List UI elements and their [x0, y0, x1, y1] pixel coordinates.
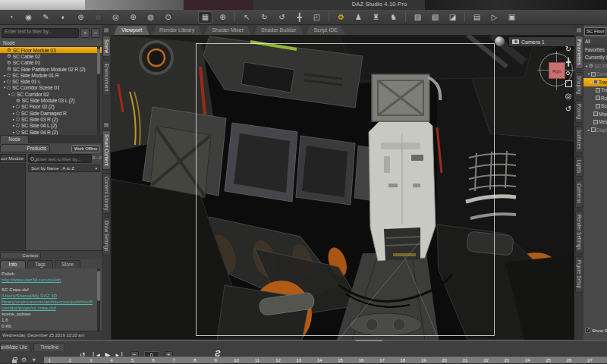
- path-link-1[interactable]: /Users/Shared/My DAZ 3D: [2, 293, 96, 299]
- hand-tool-icon[interactable]: ♜: [369, 11, 383, 24]
- tab-cameras[interactable]: Cameras: [575, 180, 583, 207]
- scene-tree-item[interactable]: ▾SC Corridor Scene 01: [0, 85, 102, 91]
- toolbar-a-2-icon[interactable]: ◉: [21, 11, 36, 24]
- tab-figure-setup[interactable]: Figure Setup: [575, 256, 583, 292]
- content-results-area[interactable]: [28, 173, 100, 249]
- scene-tree-item[interactable]: ▸SC Side 04 R (2): [0, 129, 102, 135]
- active-tool-icon[interactable]: ⚙: [334, 11, 348, 24]
- camera-icon[interactable]: ▣: [505, 11, 519, 24]
- tab-store[interactable]: Store: [55, 260, 80, 268]
- pane-menu-icon[interactable]: ▤: [104, 27, 109, 33]
- scene-tree-item[interactable]: ▸SC Side Damaged R: [0, 110, 102, 116]
- layout-tool-icon[interactable]: ▦: [198, 11, 212, 24]
- flag-tool-icon[interactable]: ▷: [487, 11, 502, 24]
- category-dropdown[interactable]: Floor Module: [0, 154, 26, 162]
- tab-viewport[interactable]: Viewport: [114, 26, 149, 35]
- toolbar-a-7-icon[interactable]: ◎: [109, 11, 123, 24]
- scene-scrollbar[interactable]: [97, 47, 100, 135]
- scene-tree-item[interactable]: ▸SC Side 03 R (2): [0, 116, 102, 122]
- parameters-row-favorites[interactable]: Favorites: [583, 46, 607, 55]
- parameters-tree-item[interactable]: Misc: [583, 110, 607, 118]
- view-cube-face[interactable]: Right: [549, 62, 565, 79]
- camera-small-icon[interactable]: ▤: [470, 11, 484, 24]
- parameters-tree-item[interactable]: ▾Transforms: [583, 78, 607, 86]
- scene-tree-item[interactable]: ▸SC Side 04 L (2): [0, 123, 102, 129]
- tab-shaping[interactable]: Shaping: [575, 72, 583, 98]
- tab-render-library[interactable]: Render Library: [152, 26, 202, 35]
- parameters-tree-item[interactable]: ▾⚙SC Floor Module 03: [583, 62, 607, 71]
- sort-dropdown[interactable]: Sort by Name : A to Z ▾: [28, 165, 100, 172]
- tab-scene[interactable]: Scene: [102, 36, 111, 57]
- tab-smart-content[interactable]: Smart Content: [102, 130, 111, 170]
- scene-tree-item[interactable]: ⚙SC Floor Module 03: [0, 47, 102, 53]
- tab-tags[interactable]: Tags: [27, 260, 53, 268]
- view-orientation-widget[interactable]: Right: [539, 53, 573, 86]
- work-offline-button[interactable]: Work Offline: [71, 145, 100, 152]
- toolbar-a-3-icon[interactable]: ✎: [39, 11, 53, 24]
- product-url-link[interactable]: http://www.daz3d.com/polish: [2, 277, 96, 283]
- reset-view-icon[interactable]: ↺: [565, 105, 571, 113]
- figure-tool-icon[interactable]: ♟: [351, 11, 366, 24]
- tab-timeline[interactable]: Timeline: [33, 343, 65, 351]
- parameters-tree-item[interactable]: Rotation: [583, 94, 607, 102]
- scene-filter-input[interactable]: Enter text to filter by...: [2, 28, 79, 38]
- toolbar-a-4-icon[interactable]: ◐: [56, 11, 71, 24]
- tab-content-library[interactable]: Content Library: [102, 173, 111, 214]
- pane-menu-icon[interactable]: ▤: [104, 122, 109, 128]
- viewport-canvas[interactable]: Camera 1 ▼ ↻╋◎↺ Right: [111, 35, 574, 340]
- toolbar-a-9-icon[interactable]: ◍: [143, 11, 158, 24]
- render-tool-icon-3[interactable]: ◪: [445, 11, 460, 24]
- path-link-2[interactable]: library/environments/architecture/polish…: [2, 299, 96, 311]
- scene-tree-item[interactable]: ⚙SC Cable 02: [0, 53, 102, 59]
- scene-tree-item[interactable]: ▸SC Side Module 01 R: [0, 72, 102, 78]
- scene-tree-item[interactable]: ⚙SC Side Partition Module 02 R (2): [0, 66, 102, 72]
- rotate-tool-icon[interactable]: ↻: [257, 11, 272, 24]
- content-search-field[interactable]: Enter text to filter by...: [28, 154, 92, 163]
- parameters-node-header[interactable]: SC Floor Mod: [584, 27, 606, 36]
- scene-tree-item[interactable]: ⚙SC Side Module 03 L (2): [0, 97, 102, 103]
- parameters-tree-item[interactable]: Scale: [583, 102, 607, 111]
- tab-shader-builder[interactable]: Shader Builder: [253, 26, 304, 35]
- tab-shader-mixer[interactable]: Shader Mixer: [204, 26, 251, 35]
- parameters-tree-item[interactable]: Translation: [583, 86, 607, 95]
- globe-tool-icon[interactable]: ⊕: [215, 11, 230, 24]
- tab-animate-lite[interactable]: aniMate Lite: [0, 343, 30, 351]
- parameters-tree-item[interactable]: ▸Display: [583, 126, 607, 134]
- tab-render-settings[interactable]: Render Settings: [575, 211, 583, 254]
- parameters-row-currently-used[interactable]: Currently Used: [583, 54, 607, 62]
- filter-remove-button[interactable]: −: [91, 28, 100, 38]
- orbit-tool-icon[interactable]: ↺: [275, 11, 289, 24]
- toolbar-a-10-icon[interactable]: ⊙: [161, 11, 175, 24]
- node-tab[interactable]: Node: [0, 135, 29, 143]
- tab-script-ide[interactable]: Script IDE: [306, 26, 345, 35]
- pointer-tool-icon[interactable]: ↖: [240, 11, 254, 24]
- tab-surfaces[interactable]: Surfaces: [575, 126, 583, 153]
- scene-tree-item[interactable]: ▸SC Floor 02 (2): [0, 104, 102, 110]
- render-tool-icon-1[interactable]: ▨: [410, 11, 425, 24]
- gear-icon[interactable]: ⚙: [21, 357, 27, 363]
- scene-tree-item[interactable]: ▾SC Corridor 02: [0, 91, 102, 97]
- toolbar-a-5-icon[interactable]: ⊚: [74, 11, 88, 24]
- render-tool-icon-2[interactable]: ▧: [428, 11, 442, 24]
- pane-menu-icon[interactable]: ▤: [577, 27, 582, 33]
- orbit-icon[interactable]: ↻: [565, 46, 571, 53]
- actor-tool-icon[interactable]: ♞: [386, 11, 401, 24]
- parameters-tree-item[interactable]: Mesh Resolution: [583, 118, 607, 127]
- info-scrollbar[interactable]: [97, 268, 100, 340]
- tab-info[interactable]: Info: [0, 260, 26, 268]
- parameters-tree-item[interactable]: ▾General: [583, 71, 607, 79]
- context-button[interactable]: Context: [0, 252, 41, 259]
- show-sub-items-checkbox[interactable]: Show Sub: [585, 328, 607, 333]
- tab-environment[interactable]: Environment: [102, 60, 111, 96]
- toolbar-a-8-icon[interactable]: ⊛: [126, 11, 140, 24]
- scene-tree-item[interactable]: ⚙SC Cable 01: [0, 60, 102, 66]
- tab-parameters[interactable]: Parameters: [575, 36, 583, 69]
- toolbar-a-6-icon[interactable]: ◌: [91, 11, 105, 24]
- tab-lights[interactable]: Lights: [575, 156, 583, 177]
- scale-tool-icon[interactable]: ◰: [310, 11, 324, 24]
- products-tab[interactable]: Products: [0, 144, 50, 152]
- tab-posing[interactable]: Posing: [575, 100, 583, 123]
- category-list[interactable]: [0, 163, 26, 250]
- filter-add-button[interactable]: +: [80, 28, 90, 38]
- aim-icon[interactable]: ◎: [565, 93, 572, 100]
